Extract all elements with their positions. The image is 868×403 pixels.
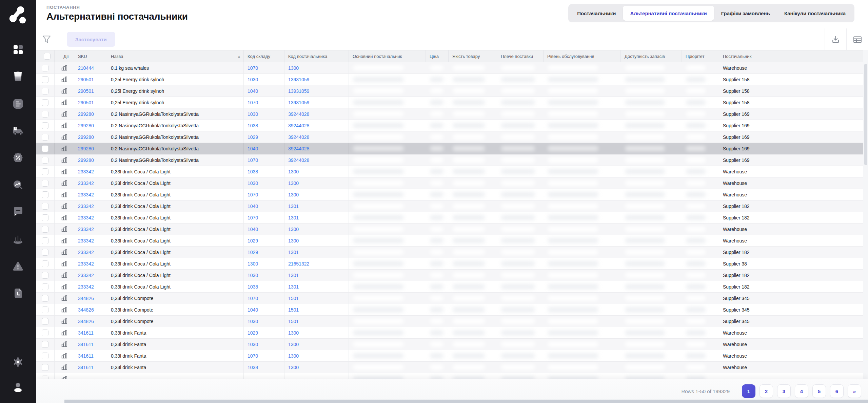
sku-link[interactable]: 233342 — [78, 284, 94, 290]
row-checkbox[interactable] — [42, 65, 48, 71]
supplier-code-link[interactable]: 13931059 — [288, 77, 309, 82]
sku-link[interactable]: 233342 — [78, 204, 94, 209]
supplier-code-link[interactable]: 1301 — [288, 273, 299, 278]
page-button-6[interactable]: 6 — [830, 384, 844, 398]
column-header-supplier-code[interactable]: Код постачальника — [284, 50, 349, 62]
supplier-code-link[interactable]: 21651322 — [288, 261, 309, 267]
row-checkbox[interactable] — [42, 226, 48, 233]
tab-suppliers[interactable]: Постачальники — [570, 6, 623, 21]
sort-asc-icon[interactable]: ▲ — [237, 55, 241, 58]
row-history-chart-icon[interactable] — [61, 76, 67, 83]
vertical-scrollbar-thumb[interactable] — [864, 64, 867, 165]
row-checkbox[interactable] — [42, 145, 48, 152]
table-row[interactable]: 233342 0,33l drink Coca / Cola Light 107… — [36, 212, 863, 224]
supplier-code-link[interactable]: 39244028 — [288, 111, 309, 117]
table-row[interactable]: 341611 0,33l drink Fanta 1038 1300 Wareh… — [36, 362, 863, 373]
app-logo[interactable] — [7, 5, 28, 27]
row-checkbox[interactable] — [42, 214, 48, 221]
warehouse-code-link[interactable]: 1030 — [248, 181, 258, 186]
sidebar-item-alerts[interactable] — [0, 253, 36, 280]
table-row[interactable]: 290501 0,25l Energy drink sylnoh 1040 13… — [36, 85, 863, 97]
sku-link[interactable]: 233342 — [78, 192, 94, 197]
warehouse-code-link[interactable]: 1040 — [248, 146, 258, 151]
row-history-chart-icon[interactable] — [61, 88, 67, 94]
columns-settings-button[interactable] — [847, 28, 868, 50]
table-row[interactable]: 341611 0,33l drink Fanta 1029 1300 Wareh… — [36, 327, 863, 339]
row-history-chart-icon[interactable] — [61, 283, 67, 290]
table-row[interactable]: 299280 0.2 NasinnyaGGRukolaTonkolystaSil… — [36, 131, 863, 143]
table-row[interactable]: 233342 0,33l drink Coca / Cola Light 130… — [36, 258, 863, 270]
sidebar-item-profile[interactable] — [0, 375, 36, 400]
sku-link[interactable]: 233342 — [78, 273, 94, 278]
warehouse-code-link[interactable]: 1040 — [248, 307, 258, 313]
page-button-5[interactable]: 5 — [812, 384, 826, 398]
row-history-chart-icon[interactable] — [61, 122, 67, 129]
sku-link[interactable]: 341611 — [78, 353, 94, 359]
row-history-chart-icon[interactable] — [61, 168, 67, 175]
row-checkbox[interactable] — [42, 191, 48, 198]
horizontal-scrollbar[interactable] — [36, 399, 868, 403]
warehouse-code-link[interactable]: 1029 — [248, 330, 258, 336]
table-row[interactable]: 299280 0.2 NasinnyaGGRukolaTonkolystaSil… — [36, 154, 863, 166]
column-header-price[interactable]: Ціна — [426, 50, 448, 62]
supplier-code-link[interactable]: 39244028 — [288, 134, 309, 140]
table-row[interactable] — [36, 373, 863, 379]
supplier-code-link[interactable]: 1300 — [288, 353, 299, 359]
sku-link[interactable]: 299280 — [78, 123, 94, 128]
row-history-chart-icon[interactable] — [61, 330, 67, 336]
row-history-chart-icon[interactable] — [61, 180, 67, 186]
row-checkbox[interactable] — [42, 76, 48, 83]
row-history-chart-icon[interactable] — [61, 260, 67, 267]
supplier-code-link[interactable]: 13931059 — [288, 100, 309, 105]
warehouse-code-link[interactable]: 1040 — [248, 204, 258, 209]
warehouse-code-link[interactable]: 1300 — [248, 261, 258, 267]
row-checkbox[interactable] — [42, 341, 48, 348]
warehouse-code-link[interactable]: 1030 — [248, 319, 258, 324]
row-checkbox[interactable] — [42, 353, 48, 359]
warehouse-code-link[interactable]: 1030 — [248, 273, 258, 278]
sku-link[interactable]: 233342 — [78, 215, 94, 220]
row-history-chart-icon[interactable] — [61, 203, 67, 209]
warehouse-code-link[interactable]: 1029 — [248, 250, 258, 255]
row-history-chart-icon[interactable] — [61, 341, 67, 347]
tab-supplier-holidays[interactable]: Канікули постачальника — [777, 6, 853, 21]
sku-link[interactable]: 233342 — [78, 261, 94, 267]
sku-link[interactable]: 299280 — [78, 146, 94, 151]
page-button-2[interactable]: 2 — [760, 384, 773, 398]
warehouse-code-link[interactable]: 1070 — [248, 65, 258, 71]
table-row[interactable]: 344826 0,33l drink Compote 1040 1501 Sup… — [36, 304, 863, 316]
sku-link[interactable]: 299280 — [78, 134, 94, 140]
sidebar-item-assortment[interactable] — [0, 90, 36, 117]
supplier-code-link[interactable]: 1301 — [288, 250, 299, 255]
select-all-checkbox[interactable] — [44, 53, 51, 60]
table-row[interactable]: 210444 0.1 kg sea whales 1070 1300 Wareh… — [36, 62, 863, 74]
sidebar-item-settings[interactable] — [0, 349, 36, 375]
column-header-quality[interactable]: Якість товару — [448, 50, 497, 62]
sku-link[interactable]: 290501 — [78, 77, 94, 82]
row-checkbox[interactable] — [42, 168, 48, 175]
supplier-code-link[interactable]: 1300 — [288, 342, 299, 347]
row-checkbox[interactable] — [42, 376, 48, 380]
warehouse-code-link[interactable]: 1070 — [248, 192, 258, 197]
column-header-warehouse-code[interactable]: Код складу — [243, 50, 284, 62]
sku-link[interactable]: 344826 — [78, 296, 94, 301]
sku-link[interactable]: 290501 — [78, 100, 94, 105]
row-history-chart-icon[interactable] — [61, 237, 67, 244]
row-history-chart-icon[interactable] — [61, 295, 67, 301]
supplier-code-link[interactable]: 1300 — [288, 181, 299, 186]
supplier-code-link[interactable]: 39244028 — [288, 157, 309, 163]
sidebar-item-promotions[interactable] — [0, 144, 36, 171]
row-history-chart-icon[interactable] — [61, 134, 67, 140]
warehouse-code-link[interactable]: 1030 — [248, 342, 258, 347]
column-header-sku[interactable]: SKU — [74, 50, 107, 62]
row-checkbox[interactable] — [42, 249, 48, 256]
sku-link[interactable]: 233342 — [78, 238, 94, 243]
row-checkbox[interactable] — [42, 318, 48, 325]
table-row[interactable]: 290501 0,25l Energy drink sylnoh 1030 13… — [36, 74, 863, 85]
warehouse-code-link[interactable]: 1029 — [248, 134, 258, 140]
row-checkbox[interactable] — [42, 283, 48, 290]
row-history-chart-icon[interactable] — [61, 306, 67, 313]
row-history-chart-icon[interactable] — [61, 249, 67, 255]
supplier-code-link[interactable]: 39244028 — [288, 146, 309, 151]
warehouse-code-link[interactable]: 1038 — [248, 365, 258, 370]
